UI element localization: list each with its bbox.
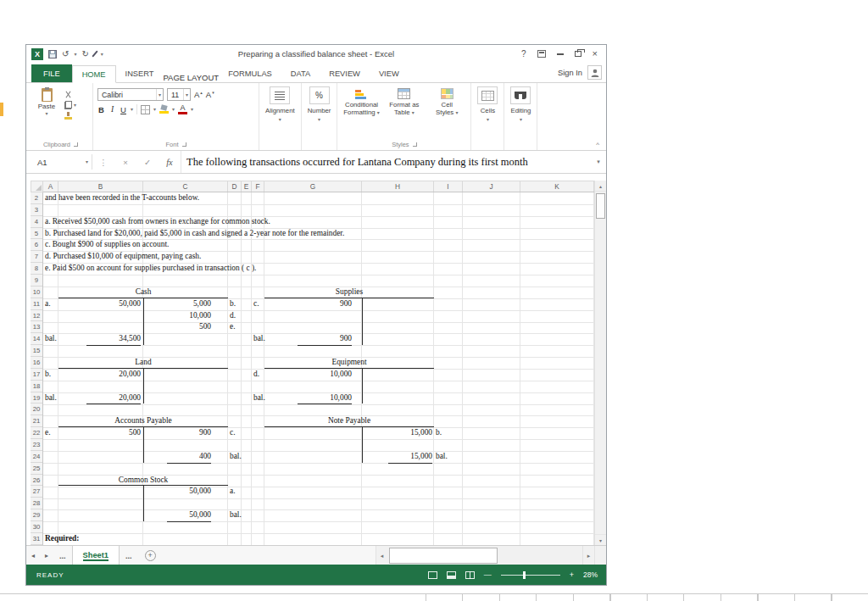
row-header-2[interactable]: 2: [31, 192, 42, 204]
row-header-10[interactable]: 10: [31, 287, 42, 298]
row-header-14[interactable]: 14: [31, 333, 42, 345]
equipment-debit-amount[interactable]: 10,000: [264, 369, 362, 381]
column-header-G[interactable]: G: [264, 181, 362, 192]
row-header-7[interactable]: 7: [31, 251, 42, 263]
grid-area[interactable]: and have been recorded in the T-accounts…: [43, 192, 594, 545]
cash-debit-label[interactable]: a.: [43, 298, 58, 310]
supplies-debit-label[interactable]: c.: [252, 298, 264, 310]
ribbon-group-cells[interactable]: Cells ▾: [471, 83, 504, 150]
np-balance-label[interactable]: bal.: [434, 451, 463, 463]
dialog-launcher-icon[interactable]: [413, 142, 417, 147]
supplies-balance-amount[interactable]: 900: [264, 333, 362, 345]
cell-required-label[interactable]: Required:: [43, 533, 594, 545]
cell-styles-button[interactable]: Cell Styles ▾: [427, 88, 466, 117]
np-balance-amount[interactable]: 15,000: [362, 451, 434, 463]
previous-sheet-icon[interactable]: ◂: [26, 552, 40, 559]
supplies-balance-label[interactable]: bal.: [252, 333, 264, 345]
equipment-balance-amount[interactable]: 10,000: [264, 392, 362, 404]
column-header-J[interactable]: J: [463, 181, 520, 192]
format-as-table-button[interactable]: Format as Table ▾: [385, 88, 424, 117]
row-header-8[interactable]: 8: [31, 263, 42, 275]
close-icon[interactable]: ×: [593, 49, 598, 58]
chevron-down-icon[interactable]: ▾: [153, 107, 156, 112]
row-header-15[interactable]: 15: [31, 345, 42, 357]
tab-file[interactable]: FILE: [31, 64, 72, 82]
row-header-18[interactable]: 18: [31, 381, 42, 392]
row-header-30[interactable]: 30: [31, 521, 42, 533]
tab-data[interactable]: DATA: [281, 64, 320, 82]
row-header-5[interactable]: 5: [31, 228, 42, 240]
row-header-20[interactable]: 20: [31, 403, 42, 415]
cash-credit-label[interactable]: d.: [228, 310, 242, 322]
minimize-icon[interactable]: [557, 53, 564, 55]
cash-balance-amount[interactable]: 34,500: [58, 333, 143, 345]
horizontal-scrollbar-track[interactable]: [387, 546, 530, 565]
cell-transaction-b[interactable]: b. Purchased land for $20,000, paid $5,0…: [43, 228, 594, 240]
help-icon[interactable]: ?: [521, 50, 526, 58]
land-debit-label[interactable]: b.: [43, 369, 58, 381]
save-icon[interactable]: [48, 50, 57, 58]
row-header-13[interactable]: 13: [31, 321, 42, 333]
vertical-scrollbar[interactable]: ▴ ▾: [594, 181, 606, 545]
undo-icon[interactable]: ↺: [62, 50, 69, 58]
expand-formula-bar-icon[interactable]: ▾: [591, 151, 606, 173]
tab-page-layout[interactable]: PAGE LAYOUT: [163, 73, 219, 82]
chevron-down-icon[interactable]: ▾: [86, 159, 92, 164]
next-sheet-icon[interactable]: ▸: [40, 552, 53, 559]
zoom-slider-thumb[interactable]: [523, 571, 526, 579]
zoom-slider[interactable]: [501, 575, 560, 576]
row-header-23[interactable]: 23: [31, 439, 42, 451]
page-break-view-icon[interactable]: [465, 571, 475, 579]
row-header-12[interactable]: 12: [31, 310, 42, 322]
zoom-level[interactable]: 28%: [583, 570, 598, 579]
select-all-corner[interactable]: [31, 181, 43, 192]
ap-balance-label[interactable]: bal.: [228, 451, 242, 463]
ribbon-group-number[interactable]: % Number ▾: [302, 83, 338, 150]
ribbon-group-editing[interactable]: Editing ▾: [504, 83, 537, 150]
zoom-in-icon[interactable]: +: [570, 570, 574, 579]
row-header-21[interactable]: 21: [31, 415, 42, 427]
cash-credit-amount[interactable]: 10,000: [143, 310, 228, 322]
column-header-F[interactable]: F: [252, 181, 264, 192]
np-credit-label[interactable]: b.: [434, 427, 463, 439]
bold-button[interactable]: B: [97, 105, 105, 114]
cash-credit-amount[interactable]: 5,000: [143, 298, 228, 310]
ap-debit-label[interactable]: e.: [43, 427, 58, 439]
row-header-6[interactable]: 6: [31, 239, 42, 251]
excel-logo-icon[interactable]: X: [31, 48, 43, 60]
ap-balance-amount[interactable]: 400: [143, 451, 228, 463]
undo-chevron-down-icon[interactable]: ▾: [74, 52, 76, 57]
cash-debit-amount[interactable]: 50,000: [58, 298, 143, 310]
customize-qat-chevron-down-icon[interactable]: ▾: [101, 52, 103, 57]
row-header-24[interactable]: 24: [31, 451, 42, 463]
horizontal-scrollbar[interactable]: ◂ ▸: [376, 546, 606, 565]
equipment-balance-label[interactable]: bal.: [252, 392, 264, 404]
format-painter-button[interactable]: [64, 112, 76, 120]
tab-home[interactable]: HOME: [72, 65, 116, 83]
row-header-17[interactable]: 17: [31, 369, 42, 381]
column-header-E[interactable]: E: [242, 181, 252, 192]
cash-credit-amount[interactable]: 500: [143, 321, 228, 333]
accounts-payable-title[interactable]: Accounts Payable: [58, 415, 228, 427]
page-layout-view-icon[interactable]: [447, 571, 456, 579]
row-header-25[interactable]: 25: [31, 463, 42, 475]
collapse-ribbon-icon[interactable]: ^: [596, 141, 599, 148]
tab-insert[interactable]: INSERT: [116, 64, 164, 82]
row-header-31[interactable]: 31: [31, 533, 42, 545]
column-header-C[interactable]: C: [143, 181, 228, 192]
tab-formulas[interactable]: FORMULAS: [219, 64, 281, 82]
font-size-select[interactable]: 11 ▾: [167, 88, 191, 101]
chevron-down-icon[interactable]: ▾: [191, 107, 193, 112]
cancel-icon[interactable]: ×: [114, 151, 136, 173]
scroll-down-icon[interactable]: ▾: [595, 534, 606, 545]
sheet-tab-sheet1[interactable]: Sheet1: [72, 546, 120, 565]
note-payable-title[interactable]: Note Payable: [264, 415, 434, 427]
sign-in-button[interactable]: Sign In: [558, 63, 606, 82]
cut-button[interactable]: [64, 90, 76, 98]
normal-view-icon[interactable]: [428, 571, 437, 579]
copy-button[interactable]: ▾: [64, 101, 76, 109]
cs-credit-label[interactable]: a.: [228, 486, 242, 498]
cash-title[interactable]: Cash: [58, 287, 228, 298]
decrease-font-size-button[interactable]: A▾: [206, 90, 214, 99]
row-header-26[interactable]: 26: [31, 475, 42, 487]
